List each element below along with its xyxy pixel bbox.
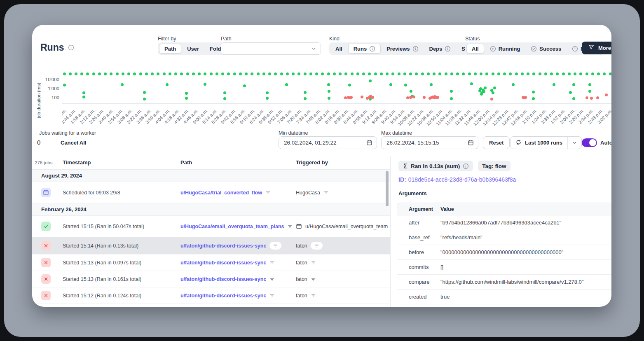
chart-data-point[interactable] xyxy=(482,90,485,93)
chart-data-point[interactable] xyxy=(204,83,206,86)
chart-data-point[interactable] xyxy=(297,72,300,75)
chart-data-point[interactable] xyxy=(356,72,359,75)
chart-data-point[interactable] xyxy=(456,72,459,75)
chart-data-point[interactable] xyxy=(389,83,392,86)
job-path-link[interactable]: u/HugoCasa/email_overquota_team_plans xyxy=(180,224,284,229)
chart-data-point[interactable] xyxy=(69,72,72,75)
chart-data-point[interactable] xyxy=(468,72,471,75)
chart-data-point[interactable] xyxy=(433,72,436,75)
job-row[interactable]: Started 15:14 (Ran in 0.13s total)u/fato… xyxy=(32,237,390,255)
job-row[interactable]: Started 15:13 (Ran in 0.097s total)u/fat… xyxy=(32,255,390,271)
chart-data-point[interactable] xyxy=(143,98,146,100)
chart-data-point[interactable] xyxy=(243,84,246,87)
chart-data-point[interactable] xyxy=(351,72,354,75)
chart-data-point[interactable] xyxy=(415,72,418,75)
filter-by-option-user[interactable]: User xyxy=(182,44,204,54)
filter-icon[interactable] xyxy=(311,242,323,250)
chart-data-point[interactable] xyxy=(368,72,371,75)
chart-data-point[interactable] xyxy=(480,72,482,75)
chart-data-point[interactable] xyxy=(274,72,277,75)
chart-data-point[interactable] xyxy=(157,72,159,75)
chart-data-point[interactable] xyxy=(233,72,236,75)
chart-data-point[interactable] xyxy=(568,72,571,75)
chart-data-point[interactable] xyxy=(521,72,524,75)
filter-icon[interactable] xyxy=(287,224,293,229)
chart-data-point[interactable] xyxy=(63,84,66,86)
chart-data-point[interactable] xyxy=(597,72,600,75)
kind-option-runs[interactable]: Runs xyxy=(348,44,381,54)
chart-data-point[interactable] xyxy=(605,93,608,96)
chart-data-point[interactable] xyxy=(344,72,347,75)
chart-data-point[interactable] xyxy=(436,96,439,99)
chart-data-point[interactable] xyxy=(532,97,535,100)
chart-data-point[interactable] xyxy=(427,72,430,75)
status-option-all[interactable]: All xyxy=(466,44,484,54)
chart-data-point[interactable] xyxy=(315,72,318,75)
jobs-scrollbar-thumb[interactable] xyxy=(386,171,389,206)
chart-data-point[interactable] xyxy=(198,72,201,75)
chart-data-point[interactable] xyxy=(304,91,307,94)
chart-data-point[interactable] xyxy=(221,72,224,75)
chart-data-point[interactable] xyxy=(603,72,606,75)
chart-data-point[interactable] xyxy=(280,72,283,75)
calendar-icon[interactable] xyxy=(468,140,474,146)
chart-data-point[interactable] xyxy=(348,84,351,86)
chart-data-point[interactable] xyxy=(92,72,95,75)
job-path-link[interactable]: u/HugoCasa/trial_converted_flow xyxy=(180,190,262,196)
chart-data-point[interactable] xyxy=(391,72,394,75)
chart-data-point[interactable] xyxy=(98,72,101,75)
chart-data-point[interactable] xyxy=(75,72,77,75)
info-icon[interactable] xyxy=(463,163,469,169)
chart-data-point[interactable] xyxy=(569,91,572,94)
chart-data-point[interactable] xyxy=(474,72,477,75)
chart-data-point[interactable] xyxy=(485,72,488,75)
filter-by-option-path[interactable]: Path xyxy=(159,44,181,54)
chart-data-point[interactable] xyxy=(127,72,130,75)
chart-data-point[interactable] xyxy=(403,72,406,75)
max-datetime-input[interactable]: 26.02.2024, 15:15:15 xyxy=(381,136,478,149)
chart-data-point[interactable] xyxy=(82,91,85,94)
chart-data-point[interactable] xyxy=(86,72,89,75)
chart-data-point[interactable] xyxy=(185,97,188,100)
chart-data-point[interactable] xyxy=(327,72,330,75)
chart-data-point[interactable] xyxy=(362,72,365,75)
chart-data-point[interactable] xyxy=(609,72,612,75)
chart-data-point[interactable] xyxy=(423,96,426,99)
chart-data-point[interactable] xyxy=(143,91,146,94)
chart-data-point[interactable] xyxy=(404,84,407,86)
chart-data-point[interactable] xyxy=(410,90,412,93)
chart-data-point[interactable] xyxy=(239,72,242,75)
chart-data-point[interactable] xyxy=(430,83,433,86)
chart-data-point[interactable] xyxy=(450,90,453,93)
chart-data-point[interactable] xyxy=(515,72,518,75)
chart-data-point[interactable] xyxy=(266,91,269,94)
chart-data-point[interactable] xyxy=(374,72,377,75)
chart-data-point[interactable] xyxy=(268,72,271,75)
chart-data-point[interactable] xyxy=(210,72,213,75)
filter-icon[interactable] xyxy=(311,276,316,282)
chart-data-point[interactable] xyxy=(490,98,493,100)
reset-button[interactable]: Reset xyxy=(483,136,510,149)
chart-data-point[interactable] xyxy=(304,72,307,75)
chart-data-point[interactable] xyxy=(532,72,535,75)
chart-data-point[interactable] xyxy=(493,86,496,89)
chart-data-point[interactable] xyxy=(574,72,576,75)
chart-data-point[interactable] xyxy=(539,72,541,75)
chart-data-point[interactable] xyxy=(227,72,230,75)
chart-data-point[interactable] xyxy=(251,72,253,75)
chart-data-point[interactable] xyxy=(121,83,124,86)
chart-data-point[interactable] xyxy=(470,82,473,85)
kind-option-deps[interactable]: Deps xyxy=(424,44,456,54)
job-path-link[interactable]: u/faton/github-discord-issues-sync xyxy=(180,293,266,299)
chart-data-point[interactable] xyxy=(572,83,575,86)
chart-data-point[interactable] xyxy=(186,72,189,75)
chart-data-point[interactable] xyxy=(398,72,400,75)
path-select[interactable] xyxy=(221,42,321,55)
job-row[interactable]: Started 15:15 (Ran in 50.047s total)u/Hu… xyxy=(32,216,390,237)
chart-data-point[interactable] xyxy=(371,96,374,99)
chart-data-point[interactable] xyxy=(556,72,559,75)
chart-data-point[interactable] xyxy=(590,97,593,100)
chart-data-point[interactable] xyxy=(204,72,206,75)
chart-data-point[interactable] xyxy=(527,72,529,75)
chart-data-point[interactable] xyxy=(333,72,336,75)
